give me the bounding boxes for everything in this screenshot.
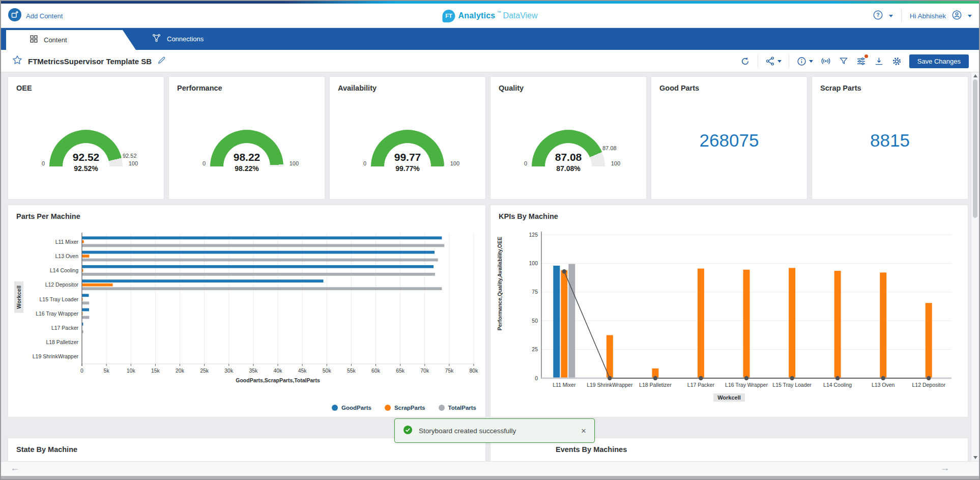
- gauge-card-quality: Quality010087.0887.0887.08%: [490, 76, 647, 200]
- svg-text:100: 100: [529, 260, 538, 266]
- user-dropdown-caret-icon[interactable]: [968, 15, 972, 17]
- counter-card-good-parts: Good Parts268075: [651, 76, 808, 200]
- window-bottom-edge: [1, 476, 979, 479]
- network-icon: [152, 33, 161, 45]
- card-title: Good Parts: [659, 84, 699, 92]
- favorite-star-icon[interactable]: [12, 55, 22, 67]
- gauge-end-value: 87.08: [602, 145, 617, 151]
- gauge-value: 99.77: [351, 151, 465, 163]
- broadcast-icon[interactable]: [820, 55, 831, 67]
- x-axis-title: GoodParts,ScrapParts,TotalParts: [236, 377, 320, 383]
- legend-label: TotalParts: [448, 405, 476, 411]
- toast-notification: Storyboard created successfully ×: [394, 418, 595, 443]
- share-icon[interactable]: [765, 56, 782, 66]
- svg-text:L17 Packer: L17 Packer: [687, 382, 715, 388]
- card-title: Quality: [499, 84, 524, 92]
- save-changes-button[interactable]: Save Changes: [909, 54, 969, 68]
- svg-text:L16 Tray Wrapper: L16 Tray Wrapper: [36, 310, 78, 317]
- chart-title: Events By Machines: [556, 445, 627, 454]
- svg-text:L19 ShrinkWrapper: L19 ShrinkWrapper: [587, 382, 633, 388]
- card-title: Performance: [177, 84, 222, 92]
- add-content-button[interactable]: Add Content: [8, 4, 63, 28]
- legend-item-goodparts[interactable]: GoodParts: [332, 405, 371, 411]
- counter-value: 268075: [651, 130, 807, 151]
- header-divider: [901, 9, 902, 22]
- check-circle-icon: [403, 425, 413, 437]
- kpis-by-machine-card: KPIs By Machine Performance,Quality,Avai…: [490, 205, 968, 417]
- scroll-down-icon[interactable]: [973, 456, 977, 459]
- toolbar-divider: [758, 54, 758, 68]
- dashboard-content: OEE010092.5292.5292.52%Performance010098…: [1, 72, 979, 461]
- gauge-value: 87.08: [511, 151, 625, 163]
- toolbar-divider: [789, 54, 789, 68]
- svg-text:L11 Mixer: L11 Mixer: [55, 239, 79, 245]
- app-header: Add Content FT Analytics ™ DataView ? Hi…: [1, 4, 979, 28]
- legend-dot: [332, 405, 338, 411]
- svg-text:125: 125: [529, 232, 538, 238]
- edit-pencil-icon[interactable]: [157, 55, 166, 67]
- svg-text:25: 25: [532, 346, 538, 352]
- svg-text:L15 Tray Loader: L15 Tray Loader: [772, 382, 812, 388]
- svg-text:25k: 25k: [200, 368, 209, 374]
- filter-icon[interactable]: [839, 56, 849, 66]
- refresh-icon[interactable]: [740, 56, 751, 67]
- parts-per-machine-card: Parts Per Machine Workcell L11 MixerL13 …: [8, 205, 486, 417]
- svg-text:80k: 80k: [470, 368, 479, 374]
- user-greeting: Hi Abhishek: [910, 12, 946, 20]
- legend-label: ScrapParts: [394, 405, 425, 411]
- user-avatar-icon[interactable]: [951, 9, 963, 23]
- tab-content[interactable]: Content: [6, 30, 136, 50]
- chart-title: State By Machine: [16, 445, 77, 454]
- kpi-chart-svg: 0255075100125L11 MixerL19 ShrinkWrapperL…: [518, 229, 959, 397]
- tab-content-label: Content: [44, 36, 67, 44]
- help-dropdown-caret-icon[interactable]: [889, 15, 893, 17]
- legend-item-totalparts[interactable]: TotalParts: [439, 405, 476, 411]
- add-content-icon: [8, 8, 21, 23]
- gauge-value: 92.52: [29, 151, 143, 163]
- toast-close-icon[interactable]: ×: [581, 427, 586, 435]
- gauge: 010092.5292.5292.52%: [49, 130, 123, 200]
- svg-text:55k: 55k: [347, 368, 356, 374]
- svg-text:L17 Packer: L17 Packer: [51, 325, 79, 331]
- legend-item-scrapparts[interactable]: ScrapParts: [385, 405, 425, 411]
- svg-text:L18 Palletizer: L18 Palletizer: [639, 382, 672, 388]
- chart-legend: GoodPartsScrapPartsTotalParts: [332, 405, 476, 411]
- tab-connections-label: Connections: [167, 35, 204, 43]
- ft-logo-icon: FT: [442, 10, 455, 22]
- svg-text:0: 0: [535, 375, 538, 381]
- parts-chart-plot: L11 MixerL13 OvenL14 CoolingL12 Deposito…: [23, 231, 481, 381]
- kpi-card-row: OEE010092.5292.5292.52%Performance010098…: [8, 76, 968, 200]
- svg-text:L19 ShrinkWrapper: L19 ShrinkWrapper: [33, 353, 79, 359]
- pager-left-arrow-icon[interactable]: ←: [10, 463, 19, 473]
- gauge: 010099.7799.77%: [371, 130, 444, 200]
- svg-text:35k: 35k: [249, 368, 258, 374]
- brand-module: DataView: [503, 11, 537, 20]
- svg-text:75k: 75k: [445, 368, 454, 374]
- svg-text:65k: 65k: [396, 368, 405, 374]
- svg-text:15k: 15k: [151, 368, 160, 374]
- chart-card-row: Parts Per Machine Workcell L11 MixerL13 …: [8, 205, 968, 417]
- gauge-percent: 99.77%: [351, 164, 465, 173]
- vertical-scrollbar[interactable]: [971, 72, 979, 461]
- counter-value: 8815: [812, 130, 968, 151]
- info-icon[interactable]: [796, 56, 813, 67]
- adjustments-sliders-icon[interactable]: [856, 56, 867, 67]
- y-axis-title: Workcell: [14, 281, 23, 313]
- horizontal-pager-bar: ← →: [1, 461, 979, 476]
- svg-text:?: ?: [876, 12, 879, 18]
- scrollbar-thumb[interactable]: [973, 79, 977, 218]
- y-axis-title: Performance,Quality,Availability,OEE: [497, 237, 503, 330]
- storyboard-toolbar: FTMetricsSupervisor Template SB: [1, 50, 979, 72]
- info-caret-icon: [809, 60, 813, 63]
- settings-gear-icon[interactable]: [891, 56, 902, 67]
- svg-text:70k: 70k: [420, 368, 429, 374]
- pager-right-arrow-icon[interactable]: →: [940, 463, 949, 473]
- download-icon[interactable]: [874, 56, 884, 67]
- legend-label: GoodParts: [341, 405, 371, 411]
- svg-text:L14 Cooling: L14 Cooling: [823, 382, 852, 388]
- tab-connections[interactable]: Connections: [152, 28, 204, 50]
- help-icon[interactable]: ?: [872, 9, 884, 23]
- scroll-up-icon[interactable]: [973, 74, 977, 77]
- legend-dot: [439, 405, 445, 411]
- kpi-chart-plot: 0255075100125L11 MixerL19 ShrinkWrapperL…: [518, 229, 959, 399]
